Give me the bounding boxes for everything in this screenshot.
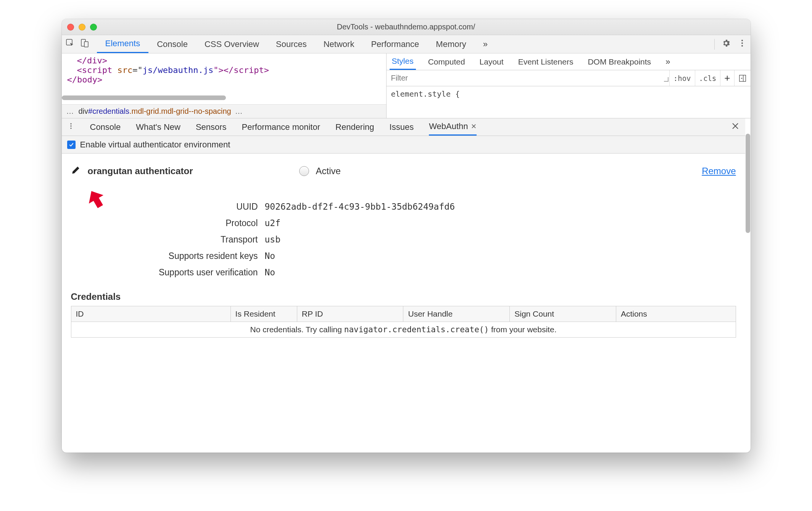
code: </	[77, 56, 87, 65]
tab-elements[interactable]: Elements	[97, 35, 149, 53]
close-tab-icon[interactable]: ✕	[471, 122, 477, 131]
devtools-window: DevTools - webauthndemo.appspot.com/ Ele…	[62, 19, 751, 453]
drawer-tab-issues[interactable]: Issues	[390, 118, 414, 136]
subtab-computed[interactable]: Computed	[426, 53, 467, 70]
table-empty-row: No credentials. Try calling navigator.cr…	[71, 322, 736, 338]
active-label: Active	[316, 166, 341, 176]
hov-toggle[interactable]: :hov	[669, 70, 695, 86]
svg-point-5	[741, 45, 743, 47]
enable-virtual-auth-label: Enable virtual authenticator environment	[80, 140, 230, 150]
tab-css-overview[interactable]: CSS Overview	[196, 35, 267, 53]
empty-text-suffix: from your website.	[489, 325, 556, 334]
svg-point-3	[741, 40, 743, 41]
credentials-heading: Credentials	[71, 291, 736, 302]
svg-point-9	[70, 128, 71, 129]
window-title: DevTools - webauthndemo.appspot.com/	[62, 23, 751, 31]
horizontal-scrollbar[interactable]	[62, 95, 386, 101]
col-sign-count: Sign Count	[510, 306, 616, 322]
tab-performance[interactable]: Performance	[362, 35, 427, 53]
col-user-handle: User Handle	[403, 306, 510, 322]
svg-rect-2	[84, 42, 88, 47]
breadcrumb[interactable]: … div#credentials.mdl-grid.mdl-grid--no-…	[62, 104, 386, 118]
drawer-tab-sensors[interactable]: Sensors	[196, 118, 227, 136]
edit-name-icon[interactable]	[71, 165, 81, 177]
inspect-icon[interactable]	[66, 39, 75, 50]
drawer-tab-performance-monitor[interactable]: Performance monitor	[242, 118, 320, 136]
main-tabs: Elements Console CSS Overview Sources Ne…	[62, 35, 751, 53]
dom-tree[interactable]: </div> <script src="js/webauthn.js"></sc…	[62, 53, 386, 118]
annotation-arrow-icon	[85, 188, 108, 213]
prop-key: Protocol	[71, 218, 258, 228]
prop-key: Supports user verification	[71, 267, 258, 278]
drawer-menu-icon[interactable]	[67, 122, 75, 132]
active-radio[interactable]	[299, 166, 309, 176]
elements-split: </div> <script src="js/webauthn.js"></sc…	[62, 53, 751, 118]
svg-rect-6	[739, 75, 746, 81]
svg-point-7	[70, 123, 71, 124]
drawer-tab-rendering[interactable]: Rendering	[335, 118, 374, 136]
drawer-tab-console[interactable]: Console	[90, 118, 121, 136]
vertical-scrollbar[interactable]	[745, 118, 751, 453]
drawer-tab-webauthn[interactable]: WebAuthn✕	[429, 118, 477, 136]
subtab-dom-breakpoints[interactable]: DOM Breakpoints	[585, 53, 653, 70]
enable-virtual-auth-checkbox[interactable]	[67, 141, 76, 149]
prop-key: Transport	[71, 234, 258, 245]
empty-text-prefix: No credentials. Try calling	[250, 325, 344, 334]
subtab-styles[interactable]: Styles	[390, 53, 416, 70]
drawer-tab-whats-new[interactable]: What's New	[136, 118, 180, 136]
tab-memory[interactable]: Memory	[427, 35, 474, 53]
remove-authenticator-link[interactable]: Remove	[702, 166, 736, 176]
cls-toggle[interactable]: .cls	[695, 70, 720, 86]
col-rp-id: RP ID	[297, 306, 403, 322]
drawer-tabs: Console What's New Sensors Performance m…	[62, 118, 745, 136]
prop-key: Supports resident keys	[71, 251, 258, 261]
col-is-resident: Is Resident	[230, 306, 297, 322]
subtab-event-listeners[interactable]: Event Listeners	[516, 53, 576, 70]
styles-pane: Styles Computed Layout Event Listeners D…	[386, 53, 751, 118]
device-toggle-icon[interactable]	[80, 39, 89, 50]
tab-console[interactable]: Console	[148, 35, 196, 53]
empty-text-code: navigator.credentials.create()	[344, 325, 489, 334]
styles-filter-input[interactable]	[387, 74, 492, 82]
svg-point-8	[70, 125, 71, 126]
authenticator-panel: orangutan authenticator Active Remove UU…	[62, 154, 745, 453]
col-actions: Actions	[616, 306, 736, 322]
tabs-overflow-button[interactable]: »	[475, 35, 496, 53]
prop-value: 90262adb-df2f-4c93-9bb1-35db6249afd6	[265, 202, 455, 212]
tab-sources[interactable]: Sources	[267, 35, 315, 53]
authenticator-properties: UUID90262adb-df2f-4c93-9bb1-35db6249afd6…	[71, 199, 736, 281]
subtabs-overflow-button[interactable]: »	[663, 53, 672, 70]
computed-panel-toggle-icon[interactable]	[734, 70, 751, 86]
close-drawer-icon[interactable]	[731, 121, 740, 133]
tab-network[interactable]: Network	[315, 35, 363, 53]
new-style-rule-button[interactable]: +	[720, 70, 734, 86]
subtab-layout[interactable]: Layout	[477, 53, 506, 70]
style-rule[interactable]: element.style {	[387, 86, 751, 102]
prop-value: No	[265, 267, 276, 277]
credentials-table: ID Is Resident RP ID User Handle Sign Co…	[71, 306, 736, 338]
prop-value: No	[265, 251, 276, 261]
authenticator-name: orangutan authenticator	[88, 166, 193, 176]
settings-icon[interactable]	[722, 39, 731, 50]
prop-value: usb	[265, 234, 281, 244]
kebab-menu-icon[interactable]	[738, 39, 747, 50]
table-header-row: ID Is Resident RP ID User Handle Sign Co…	[71, 306, 736, 322]
col-id: ID	[71, 306, 230, 322]
titlebar: DevTools - webauthndemo.appspot.com/	[62, 19, 751, 35]
svg-point-4	[741, 42, 743, 44]
prop-value: u2f	[265, 218, 281, 228]
enable-virtual-auth-row: Enable virtual authenticator environment	[62, 136, 745, 154]
